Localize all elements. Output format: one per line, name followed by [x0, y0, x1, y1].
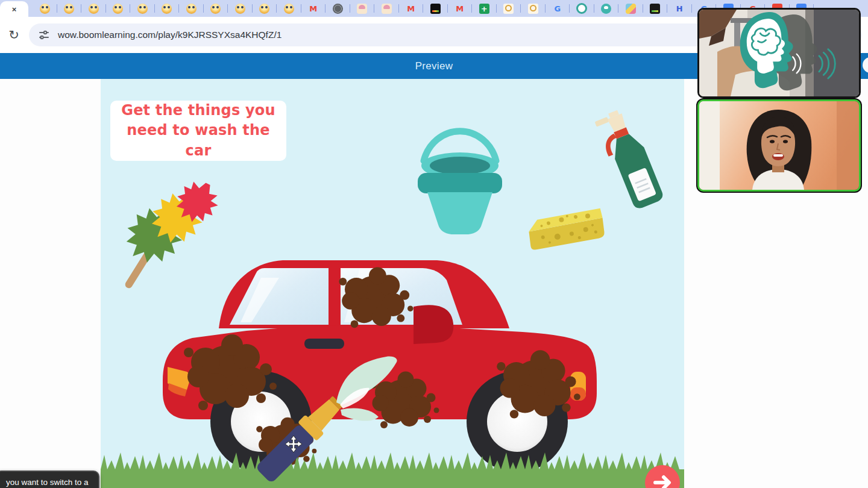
next-button[interactable] — [645, 465, 680, 488]
tab-owl[interactable] — [179, 0, 204, 17]
tab-owl[interactable] — [277, 0, 301, 17]
gmail-favicon: M — [406, 4, 416, 14]
tab-g[interactable]: G — [546, 0, 570, 17]
teal-drop-favicon — [601, 4, 611, 14]
tab-owl[interactable] — [253, 0, 277, 17]
tab-award[interactable] — [497, 0, 521, 17]
notification-tooltip[interactable]: you want to switch to a — [0, 471, 99, 488]
speaker-person — [747, 110, 812, 190]
owl-favicon — [186, 4, 197, 14]
teal-ring-favicon — [576, 3, 587, 14]
tab-globe[interactable] — [326, 0, 350, 17]
tab-teal-ring[interactable] — [570, 0, 594, 17]
tab-owl[interactable] — [204, 0, 228, 17]
preview-label: Preview — [415, 60, 453, 72]
game-stage: Get the things you need to wash the car — [101, 79, 684, 488]
video-call-overlay[interactable] — [697, 8, 861, 192]
video-favicon — [430, 4, 441, 14]
tab-teal-drop[interactable] — [594, 0, 619, 17]
owl-favicon — [89, 4, 99, 14]
owl-favicon — [137, 4, 148, 14]
owl-favicon — [235, 4, 245, 14]
owl-favicon — [162, 4, 172, 14]
tab-palette[interactable] — [618, 0, 643, 17]
award-favicon — [503, 4, 514, 14]
brain-favicon — [357, 4, 367, 14]
grass — [101, 452, 684, 488]
globe-favicon — [333, 4, 343, 14]
tab-gmail[interactable]: M — [448, 0, 473, 17]
owl-favicon — [210, 4, 221, 14]
tab-gmail[interactable]: M — [399, 0, 424, 17]
owl-favicon — [284, 4, 294, 14]
tab-h[interactable]: H — [667, 0, 692, 17]
tab-owl[interactable] — [33, 0, 57, 17]
tab-owl[interactable] — [130, 0, 155, 17]
close-tab-icon[interactable]: × — [12, 5, 17, 13]
instruction-card: Get the things you need to wash the car — [110, 101, 286, 161]
tab-favicons: MMM+GHGG — [33, 0, 814, 17]
tab-brain[interactable] — [350, 0, 375, 17]
palette-favicon — [626, 4, 636, 14]
arrow-right-icon — [645, 465, 680, 488]
sheets-favicon: + — [479, 4, 489, 14]
sponge-item[interactable] — [527, 208, 606, 251]
tab-movie[interactable] — [643, 0, 668, 17]
webcam-feed-speaker[interactable] — [697, 99, 861, 192]
tab-owl[interactable] — [228, 0, 253, 17]
site-settings-icon[interactable] — [39, 30, 49, 40]
movie-favicon — [650, 4, 660, 14]
reload-icon: ↻ — [8, 28, 19, 42]
tab-owl[interactable] — [81, 0, 106, 17]
url-text[interactable]: wow.boomlearning.com/play/k9KJRSSYXsa4KH… — [58, 30, 281, 40]
bucket-item[interactable] — [418, 131, 502, 234]
gmail-favicon: M — [308, 4, 318, 14]
owl-favicon — [113, 4, 123, 14]
award-favicon — [528, 4, 538, 14]
tab-owl[interactable] — [57, 0, 82, 17]
owl-favicon — [259, 4, 269, 14]
webcam-feed-logo[interactable] — [697, 8, 861, 98]
feather-duster-item[interactable] — [101, 160, 227, 302]
spray-bottle-item[interactable] — [594, 106, 665, 213]
tab-brain[interactable] — [374, 0, 399, 17]
tab-owl[interactable] — [155, 0, 180, 17]
tab-sheets[interactable]: + — [472, 0, 497, 17]
tab-video[interactable] — [423, 0, 448, 17]
g-favicon: G — [552, 4, 562, 14]
brain-favicon — [382, 4, 392, 14]
h-favicon: H — [675, 4, 685, 14]
tooltip-text: you want to switch to a — [6, 478, 89, 487]
owl-favicon — [64, 4, 74, 14]
tab-owl[interactable] — [106, 0, 131, 17]
gmail-favicon: M — [454, 4, 465, 14]
reload-button[interactable]: ↻ — [4, 25, 24, 45]
tab-award[interactable] — [521, 0, 546, 17]
active-tab[interactable]: × — [0, 1, 28, 17]
owl-favicon — [40, 4, 50, 14]
tab-gmail[interactable]: M — [301, 0, 326, 17]
instruction-text: Get the things you need to wash the car — [116, 101, 280, 160]
